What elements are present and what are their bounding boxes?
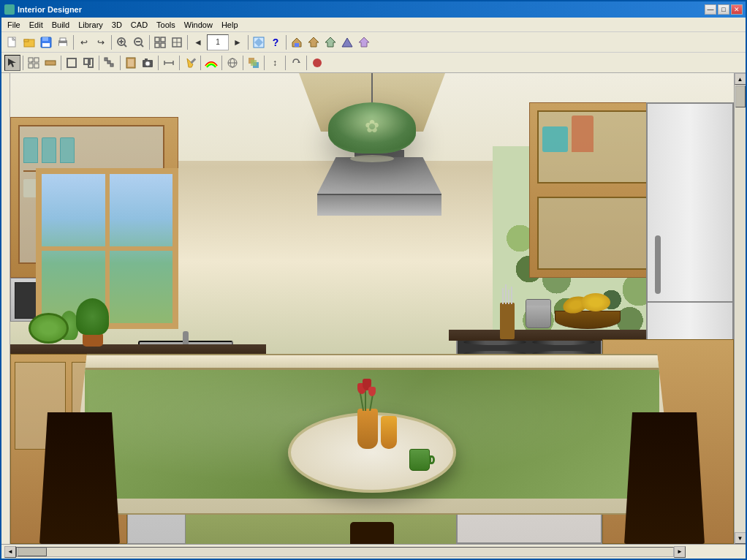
fridge-divider [648, 301, 732, 303]
zoom-out-button[interactable] [131, 34, 147, 50]
svg-rect-5 [42, 37, 48, 41]
svg-point-61 [313, 58, 322, 67]
scroll-track-right[interactable] [735, 85, 746, 532]
house-button-3[interactable] [322, 34, 338, 50]
svg-marker-28 [308, 37, 319, 47]
separator [149, 35, 150, 50]
menu-edit[interactable]: Edit [25, 19, 48, 31]
mountain-button[interactable] [339, 34, 355, 50]
print-button[interactable] [55, 34, 71, 50]
svg-rect-8 [60, 38, 66, 41]
separator [243, 56, 243, 70]
dimension-tool[interactable] [161, 55, 177, 71]
canvas-area[interactable]: ✿ [10, 73, 734, 544]
lamp-light-glow: ✿ [365, 116, 379, 137]
material-tool[interactable] [246, 55, 262, 71]
separator [264, 56, 265, 70]
scrollbar-right: ▲ ▼ [734, 73, 746, 544]
menu-library[interactable]: Library [74, 19, 107, 31]
knife-block-base [500, 303, 515, 339]
svg-rect-39 [67, 58, 76, 67]
room-tool[interactable] [64, 55, 80, 71]
menu-window[interactable]: Window [180, 19, 217, 31]
scroll-track-horizontal[interactable] [16, 547, 674, 557]
grid-tool[interactable]: + [26, 55, 42, 71]
seat-right [624, 412, 705, 544]
toolbar-secondary: + [1, 53, 746, 73]
select-tool[interactable] [4, 55, 20, 71]
minimize-button[interactable]: — [705, 4, 716, 15]
door-tool[interactable] [123, 55, 139, 71]
scroll-left-button[interactable]: ◄ [4, 546, 16, 558]
close-button[interactable]: ✕ [731, 4, 743, 15]
cabinet-item-vase-tall [572, 116, 594, 152]
separator [120, 56, 121, 70]
separator [158, 56, 159, 70]
wall-tool[interactable] [42, 55, 58, 71]
overview-button[interactable] [251, 34, 267, 50]
status-bar: ◄ ► [1, 544, 746, 559]
svg-rect-38 [45, 61, 56, 65]
cabinet-shelf-top [20, 126, 163, 167]
fit-button[interactable] [152, 34, 168, 50]
scroll-thumb-right[interactable] [735, 86, 746, 107]
room-tool-2[interactable] [80, 55, 96, 71]
scroll-right-button[interactable]: ► [674, 546, 686, 558]
undo-button[interactable]: ↩ [76, 34, 92, 50]
move-tool[interactable]: ↕ [267, 55, 283, 71]
knife-1 [502, 288, 504, 304]
save-button[interactable] [38, 34, 54, 50]
fridge-handle-top [655, 235, 661, 294]
svg-rect-36 [34, 64, 39, 68]
svg-rect-3 [24, 39, 29, 42]
scroll-thumb-horizontal[interactable] [18, 548, 47, 556]
rainbow-tool[interactable] [203, 55, 219, 71]
separator [99, 56, 99, 70]
seat-left [39, 412, 120, 544]
fruit-bowl [555, 311, 621, 329]
nav-page-input[interactable]: 1 [207, 34, 229, 50]
lamp-light-cone [350, 155, 394, 162]
paint-tool[interactable] [182, 55, 198, 71]
svg-marker-31 [359, 37, 369, 47]
app-title: Interior Designer [18, 5, 82, 14]
new-button[interactable] [4, 34, 20, 50]
texture-tool[interactable] [224, 55, 240, 71]
fit-all-button[interactable] [169, 34, 185, 50]
nav-arrow-right[interactable]: ► [230, 34, 246, 50]
cabinet-item-glass2 [42, 137, 56, 163]
nav-arrow-left[interactable]: ◄ [190, 34, 206, 50]
menu-cad[interactable]: CAD [126, 19, 152, 31]
title-bar-left: Interior Designer [4, 4, 82, 15]
house-button-4[interactable] [356, 34, 372, 50]
house-button-1[interactable] [289, 34, 305, 50]
stair-tool[interactable] [102, 55, 118, 71]
zoom-in-button[interactable] [114, 34, 130, 50]
scroll-up-button[interactable]: ▲ [735, 73, 746, 85]
plant-foliage [76, 298, 109, 335]
fruit-apple [581, 293, 610, 311]
help-button[interactable]: ? [268, 34, 284, 50]
menu-file[interactable]: File [3, 19, 25, 31]
stem2 [365, 389, 366, 411]
maximize-button[interactable]: □ [718, 4, 729, 15]
redo-button[interactable]: ↪ [93, 34, 109, 50]
menu-help[interactable]: Help [217, 19, 243, 31]
menu-tools[interactable]: Tools [152, 19, 180, 31]
separator [286, 35, 287, 50]
house-button-2[interactable] [306, 34, 322, 50]
menu-build[interactable]: Build [48, 19, 74, 31]
hood-top [317, 157, 441, 194]
circle-tool[interactable] [309, 55, 325, 71]
separator [61, 56, 61, 70]
camera-tool[interactable] [140, 55, 156, 71]
main-window: Interior Designer — □ ✕ File Edit Build … [0, 0, 747, 560]
menu-3d[interactable]: 3D [107, 19, 126, 31]
open-button[interactable] [21, 34, 37, 50]
separator [200, 56, 201, 70]
knife-3 [508, 290, 509, 304]
menu-bar: File Edit Build Library 3D CAD Tools Win… [1, 18, 746, 32]
scroll-down-button[interactable]: ▼ [735, 532, 746, 544]
rotate-tool[interactable] [288, 55, 304, 71]
svg-marker-32 [8, 58, 16, 67]
